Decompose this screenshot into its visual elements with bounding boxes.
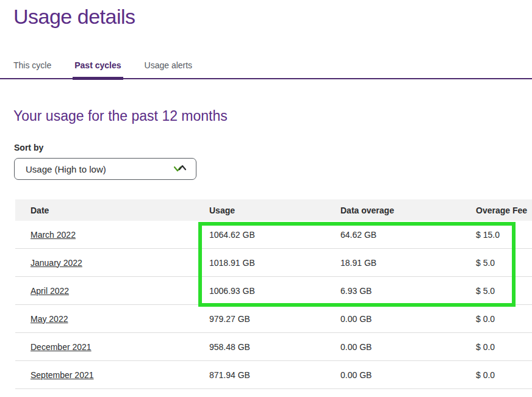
table-row: January 2022 1018.91 GB 18.91 GB $ 5.0	[15, 249, 532, 277]
column-header-date: Date	[15, 206, 209, 215]
fee-value: $ 0.0	[476, 342, 532, 352]
table-row: December 2021 958.48 GB 0.00 GB $ 0.0	[15, 333, 532, 361]
date-link[interactable]: September 2021	[31, 370, 94, 380]
section-heading: Your usage for the past 12 months	[13, 108, 532, 124]
chevron-down-icon	[173, 164, 189, 174]
sort-dropdown[interactable]: Usage (High to low)	[14, 158, 196, 180]
usage-value: 871.94 GB	[209, 370, 340, 380]
tab-usage-alerts[interactable]: Usage alerts	[145, 60, 193, 70]
usage-value: 1018.91 GB	[209, 258, 340, 268]
overage-value: 0.00 GB	[340, 342, 476, 352]
table-row: September 2021 871.94 GB 0.00 GB $ 0.0	[15, 361, 532, 389]
overage-value: 18.91 GB	[340, 258, 476, 268]
fee-value: $ 15.0	[476, 230, 532, 240]
table-row: April 2022 1006.93 GB 6.93 GB $ 5.0	[15, 277, 532, 305]
overage-value: 0.00 GB	[340, 314, 476, 324]
tab-bar: This cycle Past cycles Usage alerts	[0, 60, 532, 79]
column-header-usage: Usage	[209, 206, 340, 215]
date-link[interactable]: December 2021	[31, 342, 92, 352]
usage-value: 979.27 GB	[209, 314, 340, 324]
date-link[interactable]: April 2022	[31, 286, 69, 296]
overage-value: 64.62 GB	[340, 230, 476, 240]
overage-value: 6.93 GB	[340, 286, 476, 296]
usage-table: Date Usage Data overage Overage Fee Marc…	[15, 199, 532, 389]
date-link[interactable]: March 2022	[31, 230, 76, 240]
fee-value: $ 0.0	[476, 370, 532, 380]
sort-by-label: Sort by	[14, 143, 532, 152]
sort-dropdown-value: Usage (High to low)	[26, 164, 106, 174]
tab-this-cycle[interactable]: This cycle	[13, 60, 51, 70]
page-title: Usage details	[13, 5, 532, 29]
table-header-row: Date Usage Data overage Overage Fee	[15, 199, 532, 221]
usage-value: 958.48 GB	[209, 342, 340, 352]
usage-value: 1006.93 GB	[209, 286, 340, 296]
usage-value: 1064.62 GB	[209, 230, 340, 240]
fee-value: $ 0.0	[476, 314, 532, 324]
table-row: March 2022 1064.62 GB 64.62 GB $ 15.0	[15, 221, 532, 249]
tab-past-cycles[interactable]: Past cycles	[74, 60, 121, 70]
column-header-data-overage: Data overage	[340, 206, 476, 215]
date-link[interactable]: January 2022	[31, 258, 82, 268]
overage-value: 0.00 GB	[340, 370, 476, 380]
date-link[interactable]: May 2022	[31, 314, 68, 324]
fee-value: $ 5.0	[476, 286, 532, 296]
fee-value: $ 5.0	[476, 258, 532, 268]
table-row: May 2022 979.27 GB 0.00 GB $ 0.0	[15, 305, 532, 333]
column-header-overage-fee: Overage Fee	[476, 206, 532, 215]
